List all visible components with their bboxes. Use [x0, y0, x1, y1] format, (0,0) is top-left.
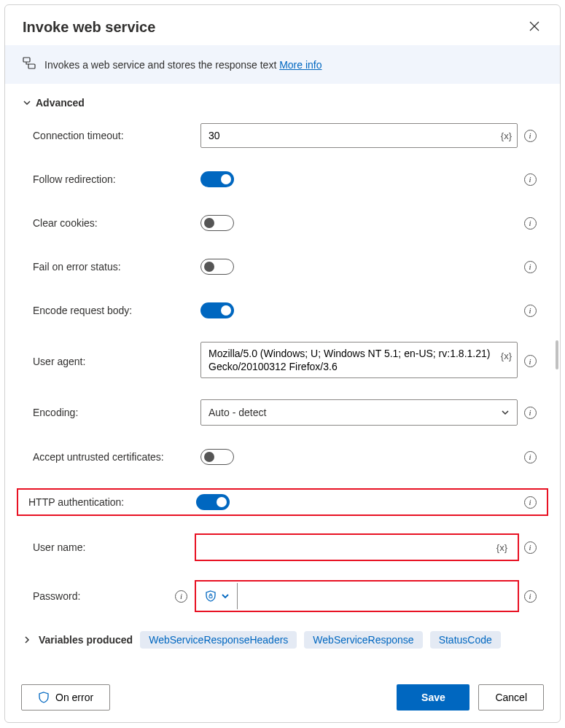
webservice-icon: [23, 57, 36, 72]
accept-untrusted-toggle[interactable]: [200, 449, 234, 465]
chevron-down-icon: [221, 592, 230, 600]
variable-chip[interactable]: StatusCode: [430, 631, 501, 649]
encode-body-label: Encode request body:: [23, 305, 200, 316]
close-icon: [529, 21, 539, 31]
advanced-label: Advanced: [36, 97, 85, 109]
svg-rect-2: [23, 58, 30, 62]
http-auth-highlight: HTTP authentication:: [17, 488, 548, 516]
cancel-button[interactable]: Cancel: [478, 684, 544, 711]
user-agent-input[interactable]: [200, 342, 518, 378]
username-highlight: {x}: [195, 533, 519, 561]
chevron-down-icon: [501, 408, 510, 417]
info-icon[interactable]: i: [524, 305, 537, 317]
info-icon[interactable]: i: [524, 590, 537, 603]
follow-redirection-toggle[interactable]: [200, 171, 234, 187]
info-icon[interactable]: i: [524, 130, 537, 142]
connection-timeout-input[interactable]: [200, 123, 518, 148]
clear-cookies-label: Clear cookies:: [23, 217, 200, 229]
http-auth-toggle[interactable]: [196, 494, 230, 510]
close-button[interactable]: [526, 18, 542, 36]
encoding-value: Auto - detect: [209, 407, 266, 418]
encoding-select[interactable]: Auto - detect: [200, 399, 518, 426]
variable-picker-icon[interactable]: {x}: [501, 351, 512, 361]
info-icon[interactable]: i: [524, 173, 537, 186]
variable-chip[interactable]: WebServiceResponse: [304, 631, 422, 649]
info-icon[interactable]: i: [524, 541, 537, 554]
dialog-title: Invoke web service: [23, 19, 155, 36]
password-label: Password:: [33, 590, 80, 602]
fail-on-error-toggle[interactable]: [200, 259, 234, 275]
password-input[interactable]: [238, 583, 516, 609]
info-icon[interactable]: i: [524, 407, 537, 419]
more-info-link[interactable]: More info: [279, 59, 322, 71]
chevron-right-icon[interactable]: [23, 635, 31, 644]
shield-icon: [38, 692, 50, 703]
advanced-section-toggle[interactable]: Advanced: [23, 97, 542, 109]
info-icon[interactable]: i: [524, 496, 537, 509]
clear-cookies-toggle[interactable]: [200, 215, 234, 231]
shield-lock-icon: [205, 590, 217, 602]
info-icon[interactable]: i: [524, 355, 537, 367]
on-error-label: On error: [55, 692, 93, 703]
username-label: User name:: [23, 541, 200, 553]
on-error-button[interactable]: On error: [21, 684, 110, 711]
info-icon[interactable]: i: [524, 217, 537, 230]
fail-on-error-label: Fail on error status:: [23, 261, 200, 273]
variable-chip[interactable]: WebServiceResponseHeaders: [140, 631, 297, 649]
description-text: Invokes a web service and stores the res…: [44, 59, 322, 71]
user-agent-label: User agent:: [23, 356, 200, 367]
http-auth-label: HTTP authentication:: [23, 496, 196, 508]
variables-produced-label[interactable]: Variables produced: [39, 634, 133, 646]
encoding-label: Encoding:: [23, 407, 200, 418]
variable-picker-icon[interactable]: {x}: [496, 542, 507, 553]
password-type-dropdown[interactable]: [198, 583, 238, 609]
username-input[interactable]: [200, 538, 513, 557]
save-button[interactable]: Save: [397, 684, 469, 711]
svg-rect-4: [209, 595, 212, 598]
svg-rect-3: [28, 64, 35, 69]
accept-untrusted-label: Accept untrusted certificates:: [23, 451, 200, 463]
encode-body-toggle[interactable]: [200, 302, 234, 318]
description-bar: Invokes a web service and stores the res…: [5, 45, 560, 84]
scrollbar-thumb[interactable]: [556, 340, 558, 369]
connection-timeout-label: Connection timeout:: [23, 130, 200, 141]
follow-redirection-label: Follow redirection:: [23, 173, 200, 185]
info-icon[interactable]: i: [175, 590, 187, 603]
password-highlight: [195, 580, 519, 612]
variable-picker-icon[interactable]: {x}: [501, 130, 512, 141]
info-icon[interactable]: i: [524, 261, 537, 273]
chevron-down-icon: [23, 98, 31, 107]
info-icon[interactable]: i: [524, 451, 537, 463]
